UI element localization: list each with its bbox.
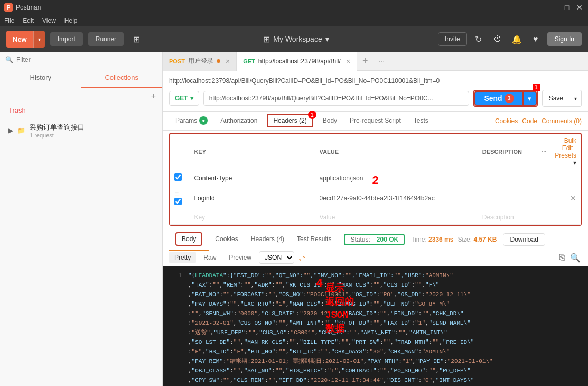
send-dropdown-button[interactable]: ▾ xyxy=(524,91,537,106)
resp-tab-cookies[interactable]: Cookies xyxy=(209,231,244,248)
import-button[interactable]: Import xyxy=(50,32,83,46)
header-val-2[interactable]: 0ecd127a-9af0-44bb-a2f3-1f146494b2ac xyxy=(315,186,478,210)
tab-history[interactable]: History xyxy=(0,68,81,88)
value-column-header: VALUE xyxy=(315,134,478,170)
fmt-tab-raw[interactable]: Raw xyxy=(198,252,221,263)
response-tabs: Body Cookies Headers (4) Test Results St… xyxy=(163,230,588,249)
table-row-empty: Key Value Description xyxy=(170,210,581,225)
time-val: 2336 ms xyxy=(428,236,453,243)
save-button[interactable]: Save xyxy=(542,90,570,107)
minimize-button[interactable]: — xyxy=(550,3,558,12)
json-line: :"送货","USE_DEP":"","CUS_NO":"CS001","CUR… xyxy=(169,328,582,337)
collection-name: 采购订单查询接口 xyxy=(30,123,85,132)
size-val: 4.57 KB xyxy=(473,236,497,243)
option-params[interactable]: Params ● xyxy=(169,112,214,130)
more-tabs-button[interactable]: ··· xyxy=(374,57,390,66)
runner-button[interactable]: Runner xyxy=(88,32,124,46)
tab-post-login[interactable]: POST 用户登录 × xyxy=(163,52,237,71)
json-line: ,"SO_LST_DD":"","MAN_RK_CLS":"","BILL_TY… xyxy=(169,337,582,347)
menu-help[interactable]: Help xyxy=(64,17,78,24)
new-dropdown-button[interactable]: ▾ xyxy=(33,31,45,48)
option-body[interactable]: Body xyxy=(316,113,343,130)
json-body[interactable]: 1 "{HEADDATA":{"EST_DD":"","QT_NO":"","I… xyxy=(163,266,588,386)
option-authorization[interactable]: Authorization xyxy=(214,113,264,130)
format-icon[interactable]: ⇌ xyxy=(298,253,305,263)
trash-item[interactable]: Trash xyxy=(0,102,162,118)
app-title: Postman xyxy=(16,4,41,11)
close-tab-icon[interactable]: × xyxy=(226,57,230,66)
url-input-row: GET ▾ Send 3 ▾ 1 Save ▾ xyxy=(169,90,582,107)
resp-tab-body[interactable]: Body xyxy=(169,230,209,251)
fmt-tab-pretty[interactable]: Pretty xyxy=(169,252,196,263)
bulk-edit-button[interactable]: Bulk Edit xyxy=(562,137,576,152)
req-options-right: Cookies Code Comments (0) xyxy=(495,117,582,125)
delete-row-icon[interactable]: ✕ xyxy=(570,194,576,203)
close-tab-icon2[interactable]: × xyxy=(346,57,350,66)
copy-icon[interactable]: ⎘ xyxy=(558,252,566,264)
params-badge: ● xyxy=(199,116,208,125)
url-input[interactable] xyxy=(203,91,470,106)
sign-in-button[interactable]: Sign In xyxy=(547,32,582,46)
resp-tab-test-results[interactable]: Test Results xyxy=(291,231,338,248)
menu-edit[interactable]: Edit xyxy=(23,17,34,24)
row-checkbox-2[interactable] xyxy=(174,198,182,205)
main-layout: 🔍 History Collections + Trash ▶ 📁 采购订单查询… xyxy=(0,52,588,386)
close-button[interactable]: ✕ xyxy=(575,3,584,12)
search-input[interactable] xyxy=(16,56,157,63)
empty-key[interactable]: Key xyxy=(190,210,315,225)
row-checkbox-1[interactable] xyxy=(174,173,182,181)
header-key-2[interactable]: LoginId xyxy=(190,186,315,210)
json-line: 1 "{HEADDATA":{"EST_DD":"","QT_NO":"","I… xyxy=(169,271,582,280)
menu-view[interactable]: View xyxy=(42,17,56,24)
send-button[interactable]: Send 3 xyxy=(474,91,523,106)
new-button[interactable]: New xyxy=(6,31,33,48)
menubar: File Edit View Help xyxy=(0,15,588,26)
option-headers[interactable]: Headers (2) 1 xyxy=(264,112,316,131)
tab-collections[interactable]: Collections xyxy=(81,68,163,88)
workspace-button[interactable]: ⊞ My Workspace ▾ xyxy=(263,34,329,44)
resp-tab-headers[interactable]: Headers (4) xyxy=(245,231,291,248)
cookies-link[interactable]: Cookies xyxy=(495,117,518,125)
table-row: ≡ LoginId 0ecd127a-9af0-44bb-a2f3-1f1464… xyxy=(170,186,581,210)
header-key-1[interactable]: Content-Type xyxy=(190,170,315,186)
empty-value[interactable]: Value xyxy=(315,210,478,225)
header-desc-1 xyxy=(478,170,537,186)
method-select[interactable]: GET ▾ xyxy=(169,91,199,106)
save-dropdown-button[interactable]: ▾ xyxy=(570,90,582,107)
toolbar: New ▾ Import Runner ⊞ ⊞ My Workspace ▾ I… xyxy=(0,26,588,52)
status-area: Status: 200 OK xyxy=(344,234,405,245)
notification-icon[interactable]: 🔔 xyxy=(509,32,524,47)
unsaved-dot xyxy=(217,59,220,63)
menu-file[interactable]: File xyxy=(4,17,14,24)
titlebar: P Postman — □ ✕ xyxy=(0,0,588,15)
fmt-tab-preview[interactable]: Preview xyxy=(223,252,257,263)
add-tab-button[interactable]: + xyxy=(357,56,374,67)
heart-icon[interactable]: ♥ xyxy=(528,32,543,47)
workspace-icon: ⊞ xyxy=(263,34,270,44)
headers-table: KEY VALUE DESCRIPTION ··· Bulk Edit Pres… xyxy=(170,134,581,225)
method-label: GET xyxy=(175,95,188,102)
layout-icon[interactable]: ⊞ xyxy=(129,31,144,48)
add-collection-button[interactable]: + xyxy=(149,90,158,102)
code-link[interactable]: Code xyxy=(522,117,537,125)
empty-desc: Description xyxy=(478,210,537,225)
invite-button[interactable]: Invite xyxy=(438,32,467,46)
collection-item[interactable]: ▶ 📁 采购订单查询接口 1 request xyxy=(0,118,162,143)
download-button[interactable]: Download xyxy=(503,233,545,246)
header-val-1[interactable]: application/json xyxy=(315,170,478,186)
search-json-icon[interactable]: 🔍 xyxy=(569,252,582,264)
json-line: :"2021-02-01","CUS_OS_NO":"","AMT_INT":"… xyxy=(169,318,582,328)
send-group: Send 3 ▾ 1 xyxy=(473,90,537,107)
presets-button[interactable]: Presets xyxy=(555,152,576,159)
refresh-icon[interactable]: ↻ xyxy=(471,32,486,47)
more-icon[interactable]: ··· xyxy=(542,149,546,155)
comments-link[interactable]: Comments (0) xyxy=(542,117,582,125)
option-prerequest[interactable]: Pre-request Script xyxy=(343,113,407,130)
history-icon[interactable]: ⏱ xyxy=(490,32,505,47)
send-label: Send xyxy=(484,94,502,103)
tab-get-bill[interactable]: GET http://localhost:23798/api/Bill/ × xyxy=(237,52,357,71)
option-tests[interactable]: Tests xyxy=(407,113,435,130)
json-format-select[interactable]: JSON XML Text xyxy=(259,251,294,264)
url-display: http://localhost:23798/api/Bill/QueryBil… xyxy=(169,75,582,87)
maximize-button[interactable]: □ xyxy=(563,3,571,12)
